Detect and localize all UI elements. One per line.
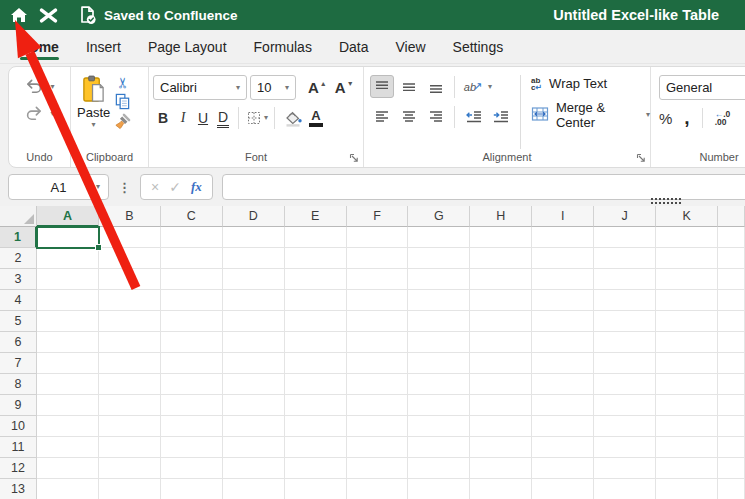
column-header-d[interactable]: D — [223, 206, 285, 227]
cell-H9[interactable] — [470, 395, 532, 416]
column-header-j[interactable]: J — [594, 206, 656, 227]
cell-partial-10[interactable] — [718, 416, 745, 437]
redo-button[interactable]: ▾ — [24, 106, 54, 121]
decrease-indent-button[interactable] — [461, 105, 485, 128]
cell-D8[interactable] — [223, 374, 285, 395]
cell-B2[interactable] — [99, 248, 161, 269]
cell-D3[interactable] — [223, 269, 285, 290]
cell-E13[interactable] — [285, 479, 347, 499]
row-header-12[interactable]: 12 — [0, 458, 37, 479]
cell-D11[interactable] — [223, 437, 285, 458]
cell-I10[interactable] — [532, 416, 594, 437]
row-header-5[interactable]: 5 — [0, 311, 37, 332]
cell-J5[interactable] — [594, 311, 656, 332]
cell-F6[interactable] — [347, 332, 409, 353]
tab-insert[interactable]: Insert — [86, 30, 121, 63]
cell-partial-3[interactable] — [718, 269, 745, 290]
cell-I13[interactable] — [532, 479, 594, 499]
cell-I9[interactable] — [532, 395, 594, 416]
cell-partial-2[interactable] — [718, 248, 745, 269]
cell-I12[interactable] — [532, 458, 594, 479]
cell-J8[interactable] — [594, 374, 656, 395]
fill-handle[interactable] — [95, 244, 102, 251]
cell-H5[interactable] — [470, 311, 532, 332]
comma-style-button[interactable]: , — [684, 113, 689, 123]
row-header-6[interactable]: 6 — [0, 332, 37, 353]
font-dialog-launcher-icon[interactable] — [349, 153, 359, 163]
cell-D10[interactable] — [223, 416, 285, 437]
cell-B5[interactable] — [99, 311, 161, 332]
cell-F3[interactable] — [347, 269, 409, 290]
tab-view[interactable]: View — [395, 30, 425, 63]
cell-J1[interactable] — [594, 227, 656, 248]
cell-H6[interactable] — [470, 332, 532, 353]
column-header-f[interactable]: F — [347, 206, 409, 227]
align-right-button[interactable] — [424, 105, 448, 128]
cell-B4[interactable] — [99, 290, 161, 311]
cell-C8[interactable] — [161, 374, 223, 395]
cell-E9[interactable] — [285, 395, 347, 416]
cell-G11[interactable] — [408, 437, 470, 458]
number-format-select[interactable]: General ▾ — [659, 75, 745, 100]
cell-I6[interactable] — [532, 332, 594, 353]
cell-partial-7[interactable] — [718, 353, 745, 374]
cell-F11[interactable] — [347, 437, 409, 458]
column-header-partial[interactable] — [718, 206, 745, 227]
cell-H2[interactable] — [470, 248, 532, 269]
wrap-text-button[interactable]: ab c↵ Wrap Text — [531, 76, 650, 91]
cell-K13[interactable] — [656, 479, 718, 499]
cell-A10[interactable] — [37, 416, 99, 437]
increase-font-size-button[interactable]: A▲ — [304, 79, 331, 96]
column-header-c[interactable]: C — [161, 206, 223, 227]
cell-C4[interactable] — [161, 290, 223, 311]
cell-B11[interactable] — [99, 437, 161, 458]
cell-H12[interactable] — [470, 458, 532, 479]
font-size-select[interactable]: 10 ▾ — [250, 75, 296, 100]
cell-F13[interactable] — [347, 479, 409, 499]
cell-J6[interactable] — [594, 332, 656, 353]
cell-D13[interactable] — [223, 479, 285, 499]
cell-K8[interactable] — [656, 374, 718, 395]
cell-partial-4[interactable] — [718, 290, 745, 311]
cell-E12[interactable] — [285, 458, 347, 479]
cell-I1[interactable] — [532, 227, 594, 248]
cell-C7[interactable] — [161, 353, 223, 374]
cell-E8[interactable] — [285, 374, 347, 395]
column-header-e[interactable]: E — [285, 206, 347, 227]
chevron-down-icon[interactable]: ▾ — [50, 83, 54, 91]
chevron-down-icon[interactable]: ▾ — [96, 183, 100, 191]
cell-K10[interactable] — [656, 416, 718, 437]
cell-B3[interactable] — [99, 269, 161, 290]
italic-button[interactable]: I — [173, 107, 193, 129]
cell-partial-1[interactable] — [718, 227, 745, 248]
cell-H11[interactable] — [470, 437, 532, 458]
cell-B1[interactable] — [99, 227, 161, 248]
cell-H1[interactable] — [470, 227, 532, 248]
cell-F7[interactable] — [347, 353, 409, 374]
cell-E11[interactable] — [285, 437, 347, 458]
cell-F12[interactable] — [347, 458, 409, 479]
row-header-1[interactable]: 1 — [0, 227, 37, 248]
cell-F8[interactable] — [347, 374, 409, 395]
fill-color-button[interactable] — [281, 107, 305, 129]
cell-C9[interactable] — [161, 395, 223, 416]
cell-I7[interactable] — [532, 353, 594, 374]
cell-J2[interactable] — [594, 248, 656, 269]
cell-partial-6[interactable] — [718, 332, 745, 353]
row-header-13[interactable]: 13 — [0, 479, 37, 499]
decrease-font-size-button[interactable]: A▼ — [331, 79, 358, 96]
cell-A1[interactable] — [37, 227, 99, 248]
cell-D12[interactable] — [223, 458, 285, 479]
cell-I4[interactable] — [532, 290, 594, 311]
row-header-2[interactable]: 2 — [0, 248, 37, 269]
column-header-g[interactable]: G — [408, 206, 470, 227]
chevron-down-icon[interactable]: ▾ — [50, 110, 54, 118]
cell-G13[interactable] — [408, 479, 470, 499]
column-header-a[interactable]: A — [37, 206, 99, 227]
select-all-corner[interactable] — [0, 206, 37, 227]
cell-H10[interactable] — [470, 416, 532, 437]
tab-data[interactable]: Data — [339, 30, 369, 63]
cell-A7[interactable] — [37, 353, 99, 374]
row-header-9[interactable]: 9 — [0, 395, 37, 416]
cell-J13[interactable] — [594, 479, 656, 499]
